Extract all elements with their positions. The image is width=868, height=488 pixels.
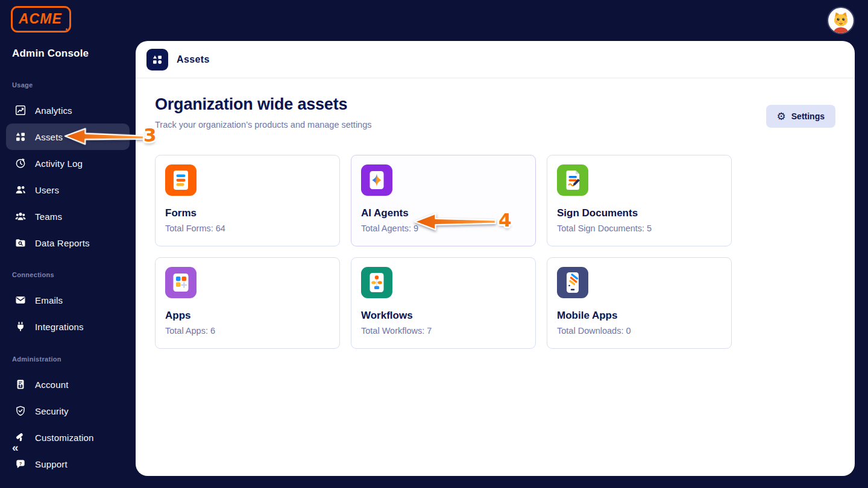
- account-icon: $: [14, 378, 27, 390]
- sidebar-item-teams[interactable]: Teams: [0, 203, 136, 230]
- section-label-administration: Administration: [0, 355, 136, 366]
- section-label-usage: Usage: [0, 81, 136, 92]
- sidebar-item-label: Integrations: [35, 322, 84, 332]
- assets-icon: [14, 131, 27, 143]
- sidebar-item-label: Analytics: [35, 105, 72, 116]
- security-icon: [14, 405, 27, 417]
- apps-icon: [165, 267, 197, 298]
- svg-text:?: ?: [19, 461, 22, 466]
- card-title: AI Agents: [361, 207, 526, 219]
- sidebar-item-label: Customization: [35, 433, 94, 443]
- card-title: Mobile Apps: [557, 310, 722, 322]
- analytics-icon: [14, 104, 27, 116]
- sidebar-item-analytics[interactable]: Analytics: [0, 97, 136, 124]
- nav-group-connections: Connections Emails Integrations: [0, 271, 136, 340]
- app-title: Admin Console: [12, 48, 89, 60]
- acme-logo[interactable]: ACME: [11, 6, 71, 33]
- sidebar-item-label: Support: [35, 459, 68, 469]
- forms-icon: [165, 164, 197, 196]
- cat-avatar-icon: [827, 7, 855, 34]
- card-workflows[interactable]: Workflows Total Workflows: 7: [351, 257, 536, 349]
- card-stat: Total Downloads: 0: [557, 326, 722, 336]
- card-title: Workflows: [361, 310, 526, 322]
- acme-logo-text: ACME: [19, 11, 62, 27]
- support-icon: ?: [14, 458, 27, 470]
- sidebar-collapse-button[interactable]: «: [12, 442, 19, 454]
- sidebar-item-label: Activity Log: [35, 158, 83, 169]
- sidebar-item-integrations[interactable]: Integrations: [0, 313, 136, 340]
- card-title: Apps: [165, 310, 330, 322]
- panel-header-title: Assets: [177, 54, 210, 65]
- sidebar-item-label: Teams: [35, 211, 62, 222]
- card-forms[interactable]: Forms Total Forms: 64: [155, 155, 340, 246]
- sidebar-item-label: Data Reports: [35, 238, 90, 248]
- nav-group-administration: Administration $ Account Security Custom…: [0, 355, 136, 477]
- page-title: Organization wide assets: [155, 95, 371, 114]
- assets-header-icon: [146, 49, 168, 70]
- settings-button-label: Settings: [791, 111, 825, 121]
- panel-body: Organization wide assets Track your orga…: [136, 78, 855, 349]
- main-panel: Assets Organization wide assets Track yo…: [136, 41, 855, 476]
- sidebar-item-support[interactable]: ? Support: [0, 451, 136, 477]
- card-ai-agents[interactable]: AI Agents Total Agents: 9: [351, 155, 536, 246]
- sidebar-item-assets[interactable]: Assets: [6, 124, 130, 150]
- sign-documents-icon: [557, 164, 588, 196]
- sidebar-item-label: Security: [35, 406, 69, 416]
- asset-cards-grid: Forms Total Forms: 64 AI Agents Total Ag…: [155, 155, 835, 349]
- sidebar-item-customization[interactable]: Customization: [0, 424, 136, 451]
- ai-agents-icon: [361, 164, 392, 196]
- card-stat: Total Sign Documents: 5: [557, 224, 722, 233]
- sidebar: ACME Admin Console Usage Analytics Asset…: [0, 0, 136, 488]
- users-icon: [14, 184, 27, 196]
- card-title: Sign Documents: [557, 207, 722, 219]
- mobile-apps-icon: [557, 267, 588, 298]
- gear-icon: ⚙: [777, 111, 786, 122]
- sidebar-item-users[interactable]: Users: [0, 177, 136, 203]
- sidebar-item-data-reports[interactable]: Data Reports: [0, 230, 136, 256]
- panel-header: Assets: [136, 41, 855, 78]
- settings-button[interactable]: ⚙ Settings: [766, 105, 835, 128]
- card-stat: Total Apps: 6: [165, 326, 330, 336]
- sidebar-item-label: Account: [35, 380, 69, 390]
- workflows-icon: [361, 267, 392, 298]
- section-label-connections: Connections: [0, 271, 136, 282]
- sidebar-item-security[interactable]: Security: [0, 398, 136, 424]
- nav-group-usage: Usage Analytics Assets Activity Log User…: [0, 81, 136, 256]
- emails-icon: [14, 294, 27, 306]
- page-subtitle: Track your organization’s products and m…: [155, 120, 371, 130]
- svg-text:$: $: [20, 384, 22, 388]
- user-avatar[interactable]: [827, 7, 855, 34]
- sidebar-item-label: Assets: [35, 132, 63, 142]
- sidebar-item-label: Emails: [35, 295, 63, 305]
- card-stat: Total Forms: 64: [165, 224, 330, 233]
- card-stat: Total Agents: 9: [361, 224, 526, 233]
- sidebar-item-activity-log[interactable]: Activity Log: [0, 150, 136, 177]
- data-reports-icon: [14, 237, 27, 249]
- sidebar-item-account[interactable]: $ Account: [0, 371, 136, 398]
- card-mobile-apps[interactable]: Mobile Apps Total Downloads: 0: [547, 257, 732, 349]
- activity-log-icon: [14, 157, 27, 169]
- teams-icon: [14, 210, 27, 222]
- logo-trademark-dot: [66, 28, 68, 30]
- card-apps[interactable]: Apps Total Apps: 6: [155, 257, 340, 349]
- card-sign-documents[interactable]: Sign Documents Total Sign Documents: 5: [547, 155, 732, 246]
- sidebar-item-emails[interactable]: Emails: [0, 287, 136, 313]
- sidebar-item-label: Users: [35, 185, 59, 195]
- integrations-icon: [14, 321, 27, 333]
- card-title: Forms: [165, 207, 330, 219]
- card-stat: Total Workflows: 7: [361, 326, 526, 336]
